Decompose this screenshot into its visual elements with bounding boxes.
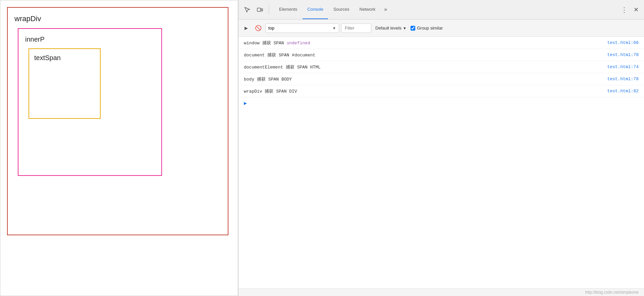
devtools-topbar: Elements Console Sources Network » ⋮ ✕ (238, 0, 644, 19)
topbar-separator (269, 5, 269, 14)
console-levels-button[interactable]: Default levels ▼ (373, 23, 409, 33)
tab-sources[interactable]: Sources (329, 0, 354, 19)
console-run-button[interactable]: ▶ (241, 23, 251, 33)
console-row: window 捕获 SPAN undefined test.html:66 (238, 37, 644, 49)
console-row-text: body 捕获 SPAN BODY (244, 76, 607, 82)
console-row-text: window 捕获 SPAN undefined (244, 40, 607, 46)
text-span: textSpan (29, 48, 101, 119)
browser-page: wrapDiv innerP textSpan (0, 0, 238, 296)
console-toolbar: ▶ 🚫 top ▼ Default levels ▼ Group similar (238, 19, 644, 37)
devtools-panel: Elements Console Sources Network » ⋮ ✕ ▶ (238, 0, 644, 296)
console-content: window 捕获 SPAN undefined test.html:66 do… (238, 37, 644, 288)
console-prompt-row: ▸ (238, 97, 644, 109)
console-row-text: wrapDiv 捕获 SPAN DIV (244, 88, 607, 94)
svg-rect-0 (257, 8, 261, 11)
page-url-label: http://blog.csdn.net/simpleone (585, 290, 639, 295)
inner-p-label: innerP (25, 36, 155, 43)
console-row-link[interactable]: test.html:82 (607, 89, 639, 94)
console-row-link[interactable]: test.html:74 (607, 64, 639, 69)
console-row: document 捕获 SPAN #document test.html:70 (238, 49, 644, 61)
inner-p: innerP textSpan (18, 28, 162, 176)
group-similar-label[interactable]: Group similar (411, 26, 443, 31)
group-similar-checkbox[interactable] (411, 26, 415, 31)
console-row: documentElement 捕获 SPAN HTML test.html:7… (238, 61, 644, 73)
wrap-div-label: wrapDiv (14, 14, 221, 23)
console-row: wrapDiv 捕获 SPAN DIV test.html:82 (238, 85, 644, 97)
device-toolbar-button[interactable] (254, 4, 266, 16)
console-row-link[interactable]: test.html:78 (607, 77, 639, 82)
tab-network[interactable]: Network (355, 0, 380, 19)
console-row-link[interactable]: test.html:66 (607, 40, 639, 45)
svg-rect-1 (261, 9, 263, 11)
close-devtools-button[interactable]: ✕ (631, 4, 641, 15)
tab-elements[interactable]: Elements (274, 0, 302, 19)
inspect-element-button[interactable] (241, 4, 253, 16)
text-span-label: textSpan (34, 54, 95, 62)
console-row-link[interactable]: test.html:70 (607, 52, 639, 57)
wrap-div: wrapDiv innerP textSpan (7, 7, 228, 235)
console-context-selector[interactable]: top ▼ (265, 23, 339, 33)
console-row-text: documentElement 捕获 SPAN HTML (244, 64, 607, 70)
console-row-text: document 捕获 SPAN #document (244, 52, 607, 58)
console-row: body 捕获 SPAN BODY test.html:78 (238, 73, 644, 85)
devtools-topbar-right: ⋮ ✕ (619, 4, 641, 16)
tab-console[interactable]: Console (303, 0, 328, 19)
devtools-tabs: Elements Console Sources Network » (274, 0, 618, 19)
more-options-button[interactable]: ⋮ (619, 4, 630, 16)
console-caret-icon: ▸ (244, 99, 247, 107)
more-tabs-button[interactable]: » (381, 0, 390, 19)
console-clear-errors-button[interactable]: 🚫 (253, 23, 263, 33)
console-filter-input[interactable] (341, 23, 371, 33)
bottom-status-bar: http://blog.csdn.net/simpleone (238, 288, 644, 296)
